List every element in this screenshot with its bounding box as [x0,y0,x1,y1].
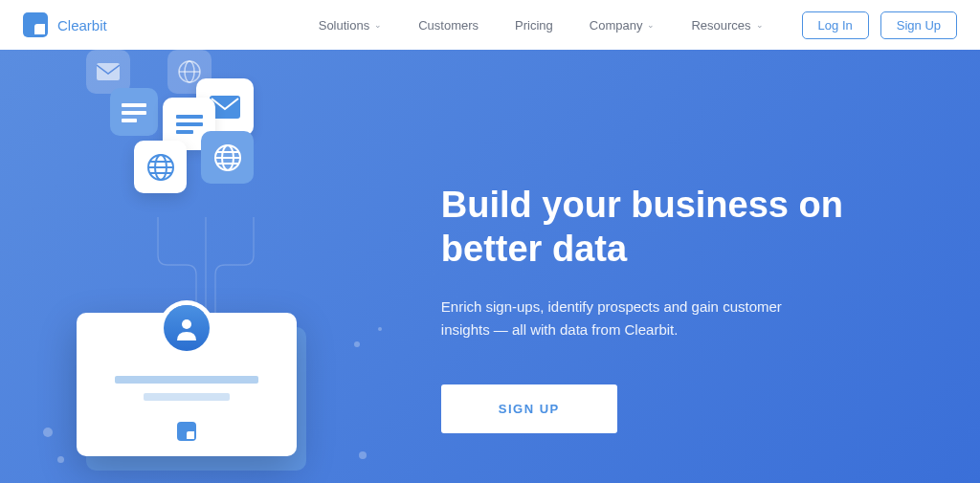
nav-resources-label: Resources [691,18,750,33]
chevron-down-icon: ⌄ [647,20,655,30]
document-lines-icon [110,88,158,136]
svg-rect-4 [122,103,146,107]
svg-rect-9 [176,122,203,126]
globe-icon [134,141,187,193]
chevron-down-icon: ⌄ [756,20,764,30]
chevron-down-icon: ⌄ [374,20,382,30]
nav-customers[interactable]: Customers [418,18,479,33]
svg-rect-6 [122,119,137,122]
nav-solutions[interactable]: Solutions ⌄ [319,18,382,33]
hero-title: Build your business on better data [441,184,942,271]
auth-buttons: Log In Sign Up [802,11,957,39]
login-button[interactable]: Log In [802,11,869,39]
svg-rect-0 [97,63,120,80]
placeholder-line [144,393,230,401]
hero-illustration [0,50,441,483]
brand-group[interactable]: Clearbit [23,12,107,37]
svg-rect-5 [122,111,146,115]
decorative-dot [378,327,382,331]
brand-name: Clearbit [57,17,107,33]
svg-rect-10 [176,130,193,134]
profile-card [77,313,297,456]
clearbit-mark-icon [177,422,196,441]
nav-customers-label: Customers [418,18,479,33]
decorative-dot [57,456,64,463]
connector-lines-icon [148,217,263,322]
hero-section: Build your business on better data Enric… [0,50,980,483]
hero-subtitle: Enrich sign-ups, identify prospects and … [441,296,824,341]
decorative-dot [43,428,53,437]
logo-icon [23,12,48,37]
decorative-dot [359,451,367,459]
decorative-dot [354,341,360,347]
nav-solutions-label: Solutions [319,18,369,33]
nav-company[interactable]: Company ⌄ [590,18,656,33]
nav-pricing[interactable]: Pricing [515,18,553,33]
hero-signup-button[interactable]: SIGN UP [441,384,617,433]
svg-rect-8 [176,115,203,119]
site-header: Clearbit Solutions ⌄ Customers Pricing C… [0,0,980,50]
globe-icon [201,131,254,184]
avatar-icon [164,305,210,351]
placeholder-line [115,376,258,384]
nav-pricing-label: Pricing [515,18,553,33]
nav-resources[interactable]: Resources ⌄ [691,18,763,33]
hero-content: Build your business on better data Enric… [441,50,980,483]
svg-point-21 [182,319,191,329]
signup-button[interactable]: Sign Up [880,11,957,39]
primary-nav: Solutions ⌄ Customers Pricing Company ⌄ … [319,18,764,33]
nav-company-label: Company [590,18,643,33]
